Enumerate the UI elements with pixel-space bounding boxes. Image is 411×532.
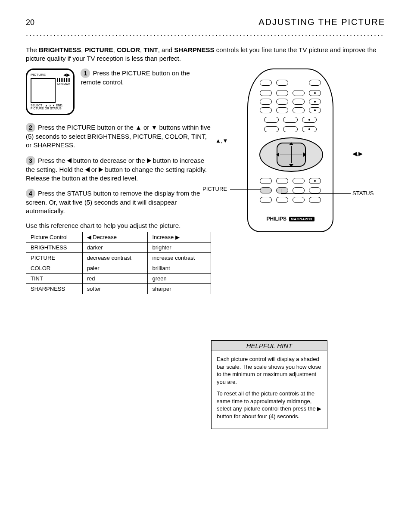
triangle-left-icon-2 — [85, 167, 90, 172]
intro-paragraph: The BRIGHTNESS, PICTURE, COLOR, TINT, an… — [26, 46, 383, 62]
remote-row-6 — [248, 126, 333, 132]
step-1-badge: 1 — [81, 68, 90, 78]
remote-button — [293, 99, 305, 105]
step-3-text-a: Press the — [38, 157, 67, 164]
osd-bottom-hint: SELECT : ▲ or ▼ END: PICTURE OR STATUS — [31, 104, 70, 110]
triangle-right-icon-2 — [99, 167, 103, 172]
step-4: 4Press the STATUS button to remove the d… — [26, 189, 211, 216]
remote-button — [309, 187, 321, 193]
reference-caption: Use this reference chart to help you adj… — [26, 222, 211, 229]
remote-button — [276, 99, 288, 105]
remote-button — [260, 80, 272, 86]
page-header: 20 ADJUSTING THE PICTURE — [26, 17, 385, 27]
brand-badge: MAGNAVOX — [289, 217, 314, 221]
step-3-badge: 3 — [26, 156, 35, 165]
callout-status: STATUS — [352, 190, 374, 196]
triangle-left-icon — [67, 158, 72, 163]
table-cell: paler — [82, 263, 148, 273]
table-cell: decrease contrast — [82, 252, 148, 263]
remote-diagram: PHILIPS MAGNAVOX ▲,▼ ◀,▶ PICTURE STATUS — [247, 68, 333, 232]
remote-body: PHILIPS MAGNAVOX — [247, 68, 333, 232]
remote-button — [309, 107, 321, 113]
remote-button — [264, 126, 279, 132]
remote-button — [293, 90, 305, 96]
remote-button — [309, 90, 321, 96]
table-cell: green — [148, 273, 211, 283]
remote-button — [276, 80, 288, 86]
table-cell: SHARPNESS — [26, 283, 83, 294]
remote-row-7 — [248, 178, 333, 184]
table-cell: TINT — [26, 273, 83, 283]
callout-updn: ▲,▼ — [215, 137, 228, 144]
callout-picture: PICTURE — [202, 186, 227, 192]
step-1-text: Press the PICTURE button on the remote c… — [81, 69, 190, 86]
remote-button — [293, 178, 305, 184]
remote-button — [260, 99, 272, 105]
table-cell: brilliant — [148, 263, 211, 273]
table-cell: red — [82, 273, 148, 283]
reference-table: Picture Control ◀ Decrease Increase ▶ BR… — [26, 232, 211, 294]
dotted-rule: ........................................… — [26, 29, 385, 38]
osd-max: MAX — [63, 83, 70, 86]
osd-scale-ticks — [57, 78, 70, 82]
remote-button — [260, 90, 272, 96]
remote-button — [276, 197, 288, 203]
dpad-right-icon — [303, 152, 306, 157]
help-title: HELPFUL HINT — [212, 341, 327, 351]
remote-row-8 — [248, 187, 333, 193]
table-row: PICTUREdecrease contrastincrease contras… — [26, 252, 211, 263]
callout-line — [308, 154, 351, 154]
tv-osd-preview: PICTURE ◀ ▶ MIN MAX SELECT : ▲ or ▼ END:… — [26, 68, 75, 115]
remote-button — [260, 107, 272, 113]
table-cell: darker — [82, 242, 148, 252]
dpad-up-icon — [289, 142, 293, 145]
brand-text: PHILIPS — [266, 216, 286, 222]
remote-row-1 — [248, 80, 333, 86]
table-cell: softer — [82, 283, 148, 294]
remote-row-4 — [248, 107, 333, 113]
remote-brand: PHILIPS MAGNAVOX — [248, 216, 333, 222]
table-row: COLORpalerbrilliant — [26, 263, 211, 273]
remote-row-5 — [248, 117, 333, 123]
remote-button — [293, 197, 305, 203]
table-row: TINTredgreen — [26, 273, 211, 283]
step-1: 1Press the PICTURE button on the remote … — [81, 68, 211, 87]
remote-button — [302, 126, 317, 132]
osd-picture-label: PICTURE — [31, 73, 46, 77]
th-increase: Increase ▶ — [148, 232, 211, 242]
remote-button — [309, 80, 321, 86]
callout-line — [230, 189, 261, 190]
help-p2: To reset all of the picture controls at … — [217, 390, 322, 420]
remote-button — [293, 187, 305, 193]
remote-button — [260, 178, 272, 184]
table-body: BRIGHTNESSdarkerbrighterPICTUREdecrease … — [26, 242, 211, 294]
osd-arrows: ◀ ▶ — [63, 72, 70, 77]
remote-button — [276, 178, 288, 184]
table-cell: brighter — [148, 242, 211, 252]
table-header-row: Picture Control ◀ Decrease Increase ▶ — [26, 232, 211, 242]
osd-min: MIN — [57, 83, 63, 86]
remote-status-button — [276, 187, 288, 193]
step-3: 3Press the button to decrease or the but… — [26, 156, 211, 183]
help-p1: Each picture control will display a shad… — [217, 355, 322, 386]
table-cell: BRIGHTNESS — [26, 242, 83, 252]
th-control: Picture Control — [26, 232, 83, 242]
step-2-text-b: or — [142, 124, 151, 131]
step-3-text-d: or — [90, 166, 99, 173]
remote-button — [283, 117, 298, 123]
remote-row-9 — [248, 197, 333, 203]
callout-line — [281, 189, 281, 193]
table-cell: COLOR — [26, 263, 83, 273]
remote-row-2 — [248, 90, 333, 96]
remote-button — [302, 117, 317, 123]
remote-button — [276, 90, 288, 96]
step-2: 2Press the PICTURE button or the ▲ or ▼ … — [26, 123, 211, 150]
page-title: ADJUSTING THE PICTURE — [258, 17, 385, 27]
remote-button — [283, 126, 298, 132]
dpad-left-icon — [276, 152, 279, 157]
remote-button — [309, 178, 321, 184]
callout-line — [281, 193, 351, 194]
dpad-down-icon — [289, 164, 293, 167]
osd-preview-box — [31, 78, 56, 103]
remote-picture-button — [260, 187, 272, 193]
